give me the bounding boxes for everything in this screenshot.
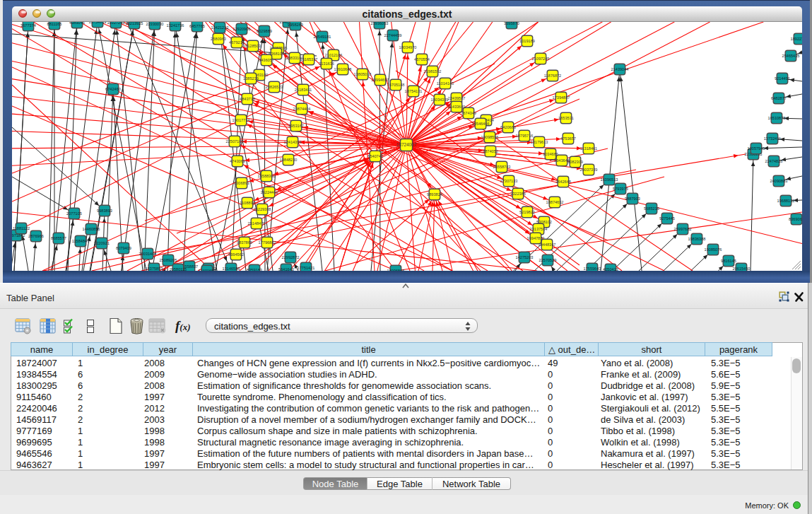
- svg-text:1019189: 1019189: [519, 39, 535, 43]
- svg-text:25229388: 25229388: [254, 207, 271, 211]
- svg-text:20031404: 20031404: [139, 252, 157, 256]
- svg-text:25465435: 25465435: [782, 54, 800, 58]
- svg-text:23137564: 23137564: [530, 227, 548, 231]
- svg-text:9893824: 9893824: [427, 192, 442, 197]
- svg-text:13732411: 13732411: [764, 136, 781, 141]
- svg-text:6482877: 6482877: [771, 96, 787, 100]
- svg-text:2580963: 2580963: [211, 37, 226, 41]
- svg-text:20037339: 20037339: [580, 168, 598, 172]
- svg-text:18096865: 18096865: [387, 269, 405, 271]
- svg-text:25558743: 25558743: [493, 165, 511, 169]
- svg-text:16705148: 16705148: [387, 83, 405, 87]
- svg-text:8811165: 8811165: [47, 22, 62, 26]
- svg-text:12920906: 12920906: [233, 27, 251, 31]
- svg-text:13179613: 13179613: [531, 140, 548, 144]
- svg-text:21012166: 21012166: [325, 53, 343, 57]
- svg-text:22570529: 22570529: [539, 258, 557, 262]
- svg-text:4679214: 4679214: [229, 40, 245, 45]
- svg-text:19085076: 19085076: [705, 247, 722, 252]
- svg-text:21981592: 21981592: [424, 69, 442, 74]
- svg-text:17307133: 17307133: [500, 179, 518, 183]
- svg-text:18034970: 18034970: [399, 45, 417, 49]
- svg-text:18795716: 18795716: [516, 134, 534, 138]
- svg-text:9214491: 9214491: [775, 76, 790, 81]
- svg-text:22992872: 22992872: [282, 255, 300, 259]
- svg-text:5685216: 5685216: [644, 206, 659, 211]
- svg-text:25997682: 25997682: [674, 227, 692, 231]
- svg-text:3220921: 3220921: [94, 241, 110, 245]
- svg-text:3131636: 3131636: [319, 62, 334, 66]
- svg-text:18874652: 18874652: [546, 200, 564, 204]
- svg-text:11584847: 11584847: [72, 239, 89, 243]
- svg-text:13754919: 13754919: [89, 22, 107, 24]
- svg-text:14401657: 14401657: [199, 269, 216, 271]
- svg-text:8079409: 8079409: [116, 246, 131, 250]
- svg-text:5219822: 5219822: [519, 210, 535, 214]
- svg-text:23936053: 23936053: [371, 22, 389, 25]
- svg-text:11014145: 11014145: [437, 81, 454, 86]
- svg-text:15375853: 15375853: [146, 267, 163, 271]
- svg-text:4753657: 4753657: [560, 136, 576, 141]
- svg-text:7674349: 7674349: [461, 111, 476, 115]
- svg-text:8685577: 8685577: [51, 236, 66, 240]
- svg-text:3642648: 3642648: [555, 180, 571, 184]
- svg-text:11876872: 11876872: [544, 74, 561, 78]
- svg-text:4389045: 4389045: [69, 22, 85, 25]
- svg-text:13805018: 13805018: [354, 72, 372, 76]
- svg-text:16396513: 16396513: [601, 177, 618, 182]
- svg-text:19688132: 19688132: [777, 199, 795, 203]
- svg-text:22744459: 22744459: [384, 33, 402, 37]
- svg-text:22507109: 22507109: [226, 139, 244, 144]
- svg-text:16213925: 16213925: [126, 22, 143, 25]
- svg-text:8359183: 8359183: [247, 268, 262, 271]
- svg-text:2077105: 2077105: [66, 211, 82, 216]
- svg-text:3395870: 3395870: [504, 22, 519, 25]
- svg-text:19098556: 19098556: [481, 135, 499, 139]
- svg-text:10057945: 10057945: [748, 146, 765, 151]
- svg-text:9837869: 9837869: [237, 240, 252, 245]
- svg-text:15588301: 15588301: [258, 174, 276, 178]
- svg-text:22330030: 22330030: [146, 22, 164, 26]
- svg-text:9958289: 9958289: [288, 23, 303, 27]
- svg-text:6306893: 6306893: [234, 181, 249, 185]
- svg-text:17559643: 17559643: [584, 267, 601, 271]
- svg-text:22439587: 22439587: [448, 96, 466, 100]
- svg-text:23826523: 23826523: [266, 85, 283, 89]
- svg-text:9953167: 9953167: [288, 124, 304, 128]
- svg-text:24090883: 24090883: [770, 179, 788, 183]
- svg-text:10327246: 10327246: [107, 22, 125, 25]
- svg-text:10848230: 10848230: [280, 158, 298, 162]
- svg-text:19448347: 19448347: [539, 243, 556, 247]
- svg-text:1108894: 1108894: [240, 201, 254, 205]
- svg-text:6994562: 6994562: [228, 252, 244, 257]
- svg-text:3322386: 3322386: [510, 192, 526, 196]
- svg-text:9275445: 9275445: [659, 216, 675, 221]
- svg-text:18034339: 18034339: [431, 98, 449, 102]
- svg-text:6742460: 6742460: [105, 87, 121, 91]
- svg-text:3874052: 3874052: [483, 149, 498, 153]
- svg-text:21439044: 21439044: [611, 67, 629, 71]
- svg-text:9436057: 9436057: [259, 58, 274, 62]
- svg-text:13910648: 13910648: [334, 67, 352, 71]
- svg-text:11881122: 11881122: [13, 226, 30, 230]
- svg-text:4050413: 4050413: [603, 267, 618, 271]
- svg-text:4843718: 4843718: [240, 97, 255, 101]
- svg-text:8369062: 8369062: [789, 217, 802, 221]
- svg-text:8029889: 8029889: [257, 29, 272, 33]
- svg-text:18724007: 18724007: [396, 142, 417, 147]
- svg-text:13421212: 13421212: [211, 25, 229, 30]
- svg-text:6420686: 6420686: [500, 125, 516, 129]
- svg-text:13146585: 13146585: [223, 267, 240, 271]
- svg-text:25089205: 25089205: [160, 258, 177, 262]
- svg-text:3677374: 3677374: [20, 23, 36, 28]
- svg-text:9816145: 9816145: [721, 259, 736, 263]
- svg-text:19836388: 19836388: [688, 237, 706, 241]
- svg-text:18922760: 18922760: [791, 37, 802, 41]
- svg-text:9887903: 9887903: [625, 197, 640, 201]
- svg-text:6457765: 6457765: [189, 24, 205, 28]
- svg-text:14275203: 14275203: [516, 255, 534, 259]
- svg-text:21097245: 21097245: [532, 57, 550, 61]
- svg-text:4743069: 4743069: [230, 159, 245, 163]
- svg-text:23874404: 23874404: [293, 107, 311, 111]
- svg-text:5793975: 5793975: [613, 187, 628, 191]
